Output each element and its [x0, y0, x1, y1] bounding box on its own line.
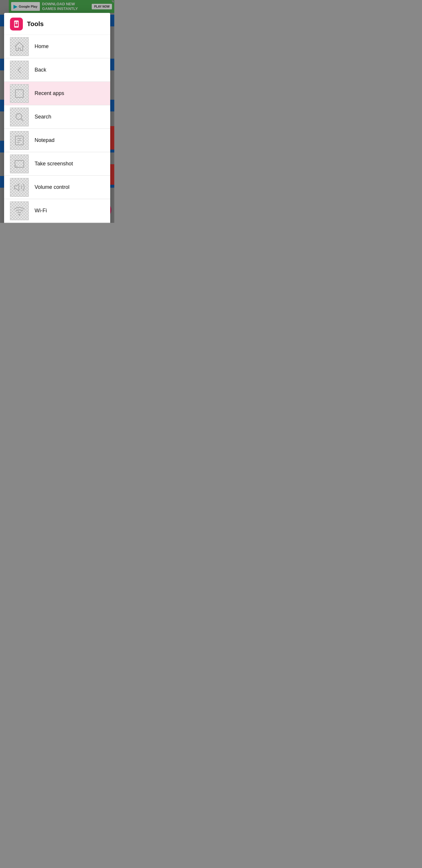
- tool-label-back: Back: [35, 67, 46, 73]
- tool-icon-home: [9, 36, 30, 57]
- tool-icon-back: [9, 60, 30, 81]
- svg-rect-8: [15, 160, 24, 167]
- svg-line-3: [21, 119, 23, 121]
- tools-header: Tools: [4, 13, 110, 35]
- tools-app-icon: [10, 18, 23, 31]
- tools-list: Home Back Recent apps Search: [4, 35, 110, 223]
- tool-icon-recent-apps: [9, 83, 30, 104]
- tool-item-take-screenshot[interactable]: Take screenshot: [4, 152, 110, 176]
- tools-settings-phone-icon: [12, 20, 20, 28]
- tools-modal: Tools Home Back Recent apps: [4, 13, 110, 223]
- svg-point-10: [19, 214, 20, 215]
- tool-item-volume-control[interactable]: Volume control: [4, 176, 110, 199]
- svg-point-2: [16, 114, 22, 119]
- tool-item-recent-apps[interactable]: Recent apps: [4, 82, 110, 105]
- svg-point-0: [16, 25, 17, 25]
- tool-label-wifi: Wi-Fi: [35, 208, 47, 214]
- svg-marker-9: [14, 184, 19, 191]
- tool-icon-wifi: [9, 200, 30, 221]
- tool-label-home: Home: [35, 43, 48, 50]
- tool-icon-search: [9, 106, 30, 128]
- tool-label-volume-control: Volume control: [35, 184, 69, 190]
- svg-rect-1: [15, 89, 24, 97]
- tool-icon-take-screenshot: [9, 153, 30, 175]
- tool-icon-volume-control: [9, 177, 30, 198]
- tool-item-home[interactable]: Home: [4, 35, 110, 58]
- tool-icon-notepad: [9, 130, 30, 151]
- tool-item-wifi[interactable]: Wi-Fi: [4, 199, 110, 223]
- tools-title: Tools: [27, 20, 44, 28]
- tool-item-back[interactable]: Back: [4, 58, 110, 82]
- tool-label-search: Search: [35, 114, 51, 120]
- tool-item-search[interactable]: Search: [4, 105, 110, 129]
- tool-label-recent-apps: Recent apps: [35, 90, 64, 96]
- tool-item-notepad[interactable]: Notepad: [4, 129, 110, 152]
- tool-label-take-screenshot: Take screenshot: [35, 161, 73, 167]
- tool-label-notepad: Notepad: [35, 137, 55, 144]
